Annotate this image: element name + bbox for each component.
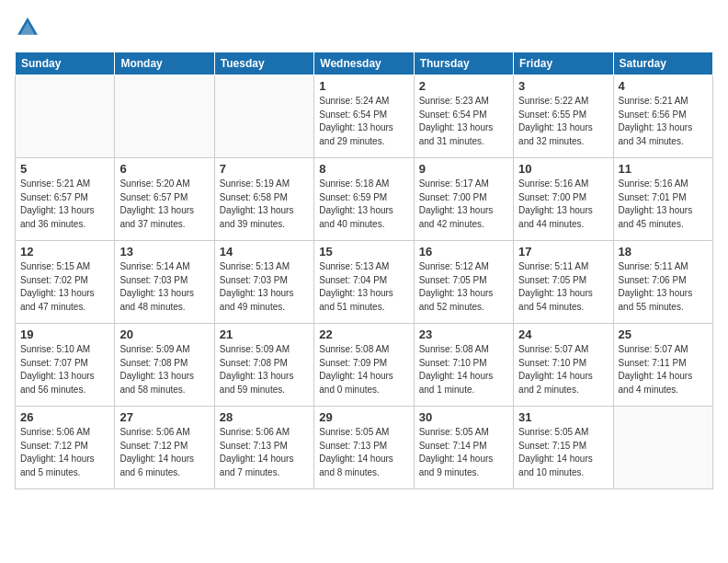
day-info: Sunrise: 5:23 AM Sunset: 6:54 PM Dayligh…: [419, 95, 508, 148]
day-info: Sunrise: 5:19 AM Sunset: 6:58 PM Dayligh…: [220, 178, 309, 231]
logo: [15, 15, 44, 40]
weekday-header-sunday: Sunday: [16, 52, 115, 75]
week-row-4: 19Sunrise: 5:10 AM Sunset: 7:07 PM Dayli…: [16, 324, 713, 407]
day-number: 22: [319, 327, 408, 341]
day-info: Sunrise: 5:20 AM Sunset: 6:57 PM Dayligh…: [119, 178, 209, 231]
calendar-cell: 28Sunrise: 5:06 AM Sunset: 7:13 PM Dayli…: [214, 407, 313, 489]
calendar-cell: 20Sunrise: 5:09 AM Sunset: 7:08 PM Dayli…: [115, 324, 214, 407]
day-number: 7: [220, 162, 309, 176]
calendar-cell: 17Sunrise: 5:11 AM Sunset: 7:05 PM Dayli…: [514, 241, 613, 324]
page-header: [15, 15, 713, 40]
day-number: 31: [518, 410, 608, 424]
logo-icon: [15, 15, 40, 40]
calendar-cell: 4Sunrise: 5:21 AM Sunset: 6:56 PM Daylig…: [613, 75, 712, 158]
calendar-cell: 6Sunrise: 5:20 AM Sunset: 6:57 PM Daylig…: [115, 158, 214, 241]
day-number: 17: [518, 245, 608, 259]
calendar-cell: 30Sunrise: 5:05 AM Sunset: 7:14 PM Dayli…: [414, 407, 513, 489]
day-info: Sunrise: 5:05 AM Sunset: 7:15 PM Dayligh…: [518, 426, 608, 479]
day-info: Sunrise: 5:08 AM Sunset: 7:10 PM Dayligh…: [419, 343, 508, 396]
calendar-cell: 26Sunrise: 5:06 AM Sunset: 7:12 PM Dayli…: [16, 407, 115, 489]
day-info: Sunrise: 5:09 AM Sunset: 7:08 PM Dayligh…: [119, 343, 209, 396]
day-number: 25: [619, 327, 708, 341]
calendar-cell: 7Sunrise: 5:19 AM Sunset: 6:58 PM Daylig…: [214, 158, 313, 241]
day-number: 10: [518, 162, 608, 176]
day-info: Sunrise: 5:16 AM Sunset: 7:00 PM Dayligh…: [518, 178, 608, 231]
day-number: 28: [220, 410, 309, 424]
week-row-1: 1Sunrise: 5:24 AM Sunset: 6:54 PM Daylig…: [16, 75, 713, 158]
day-number: 30: [419, 410, 508, 424]
calendar-table: SundayMondayTuesdayWednesdayThursdayFrid…: [15, 52, 713, 489]
day-number: 27: [119, 410, 209, 424]
calendar-cell: 8Sunrise: 5:18 AM Sunset: 6:59 PM Daylig…: [314, 158, 414, 241]
day-info: Sunrise: 5:06 AM Sunset: 7:12 PM Dayligh…: [20, 426, 109, 479]
calendar-cell: 10Sunrise: 5:16 AM Sunset: 7:00 PM Dayli…: [514, 158, 613, 241]
calendar-cell: 5Sunrise: 5:21 AM Sunset: 6:57 PM Daylig…: [16, 158, 115, 241]
day-info: Sunrise: 5:24 AM Sunset: 6:54 PM Dayligh…: [319, 95, 408, 148]
day-info: Sunrise: 5:18 AM Sunset: 6:59 PM Dayligh…: [319, 178, 408, 231]
day-info: Sunrise: 5:06 AM Sunset: 7:13 PM Dayligh…: [220, 426, 309, 479]
day-info: Sunrise: 5:09 AM Sunset: 7:08 PM Dayligh…: [220, 343, 309, 396]
day-info: Sunrise: 5:22 AM Sunset: 6:55 PM Dayligh…: [518, 95, 608, 148]
calendar-cell: 18Sunrise: 5:11 AM Sunset: 7:06 PM Dayli…: [613, 241, 712, 324]
day-info: Sunrise: 5:21 AM Sunset: 6:56 PM Dayligh…: [619, 95, 708, 148]
day-info: Sunrise: 5:21 AM Sunset: 6:57 PM Dayligh…: [20, 178, 109, 231]
day-number: 3: [518, 79, 608, 93]
calendar-cell: 3Sunrise: 5:22 AM Sunset: 6:55 PM Daylig…: [514, 75, 613, 158]
calendar-cell: 11Sunrise: 5:16 AM Sunset: 7:01 PM Dayli…: [613, 158, 712, 241]
calendar-cell: 22Sunrise: 5:08 AM Sunset: 7:09 PM Dayli…: [314, 324, 414, 407]
calendar-cell: [115, 75, 214, 158]
day-number: 11: [619, 162, 708, 176]
day-info: Sunrise: 5:05 AM Sunset: 7:14 PM Dayligh…: [419, 426, 508, 479]
weekday-header-friday: Friday: [514, 52, 613, 75]
day-info: Sunrise: 5:07 AM Sunset: 7:10 PM Dayligh…: [518, 343, 608, 396]
day-info: Sunrise: 5:13 AM Sunset: 7:03 PM Dayligh…: [220, 260, 309, 314]
calendar-cell: 13Sunrise: 5:14 AM Sunset: 7:03 PM Dayli…: [115, 241, 214, 324]
day-number: 13: [119, 245, 209, 259]
calendar-cell: [16, 75, 115, 158]
day-number: 5: [20, 162, 109, 176]
day-number: 26: [20, 410, 109, 424]
day-number: 20: [119, 327, 209, 341]
day-number: 15: [319, 245, 408, 259]
week-row-2: 5Sunrise: 5:21 AM Sunset: 6:57 PM Daylig…: [16, 158, 713, 241]
day-info: Sunrise: 5:08 AM Sunset: 7:09 PM Dayligh…: [319, 343, 408, 396]
calendar-cell: 16Sunrise: 5:12 AM Sunset: 7:05 PM Dayli…: [414, 241, 513, 324]
day-number: 23: [419, 327, 508, 341]
day-info: Sunrise: 5:11 AM Sunset: 7:05 PM Dayligh…: [518, 260, 608, 314]
weekday-header-row: SundayMondayTuesdayWednesdayThursdayFrid…: [16, 52, 713, 75]
calendar-cell: 21Sunrise: 5:09 AM Sunset: 7:08 PM Dayli…: [214, 324, 313, 407]
day-info: Sunrise: 5:13 AM Sunset: 7:04 PM Dayligh…: [319, 260, 408, 314]
day-info: Sunrise: 5:07 AM Sunset: 7:11 PM Dayligh…: [619, 343, 708, 396]
calendar-cell: 23Sunrise: 5:08 AM Sunset: 7:10 PM Dayli…: [414, 324, 513, 407]
calendar-cell: 2Sunrise: 5:23 AM Sunset: 6:54 PM Daylig…: [414, 75, 513, 158]
day-number: 2: [419, 79, 508, 93]
day-info: Sunrise: 5:05 AM Sunset: 7:13 PM Dayligh…: [319, 426, 408, 479]
week-row-5: 26Sunrise: 5:06 AM Sunset: 7:12 PM Dayli…: [16, 407, 713, 489]
day-number: 1: [319, 79, 408, 93]
day-info: Sunrise: 5:12 AM Sunset: 7:05 PM Dayligh…: [419, 260, 508, 314]
week-row-3: 12Sunrise: 5:15 AM Sunset: 7:02 PM Dayli…: [16, 241, 713, 324]
day-number: 9: [419, 162, 508, 176]
calendar-cell: [214, 75, 313, 158]
day-info: Sunrise: 5:06 AM Sunset: 7:12 PM Dayligh…: [119, 426, 209, 479]
calendar-cell: 25Sunrise: 5:07 AM Sunset: 7:11 PM Dayli…: [613, 324, 712, 407]
calendar-cell: 14Sunrise: 5:13 AM Sunset: 7:03 PM Dayli…: [214, 241, 313, 324]
calendar-cell: 24Sunrise: 5:07 AM Sunset: 7:10 PM Dayli…: [514, 324, 613, 407]
weekday-header-thursday: Thursday: [414, 52, 513, 75]
day-info: Sunrise: 5:16 AM Sunset: 7:01 PM Dayligh…: [619, 178, 708, 231]
calendar-cell: 9Sunrise: 5:17 AM Sunset: 7:00 PM Daylig…: [414, 158, 513, 241]
day-number: 16: [419, 245, 508, 259]
calendar-cell: 1Sunrise: 5:24 AM Sunset: 6:54 PM Daylig…: [314, 75, 414, 158]
day-info: Sunrise: 5:14 AM Sunset: 7:03 PM Dayligh…: [119, 260, 209, 314]
day-number: 19: [20, 327, 109, 341]
calendar-cell: [613, 407, 712, 489]
weekday-header-wednesday: Wednesday: [314, 52, 414, 75]
day-info: Sunrise: 5:15 AM Sunset: 7:02 PM Dayligh…: [20, 260, 109, 314]
day-info: Sunrise: 5:10 AM Sunset: 7:07 PM Dayligh…: [20, 343, 109, 396]
calendar-cell: 27Sunrise: 5:06 AM Sunset: 7:12 PM Dayli…: [115, 407, 214, 489]
day-number: 8: [319, 162, 408, 176]
calendar-cell: 15Sunrise: 5:13 AM Sunset: 7:04 PM Dayli…: [314, 241, 414, 324]
day-info: Sunrise: 5:17 AM Sunset: 7:00 PM Dayligh…: [419, 178, 508, 231]
weekday-header-tuesday: Tuesday: [214, 52, 313, 75]
day-number: 4: [619, 79, 708, 93]
